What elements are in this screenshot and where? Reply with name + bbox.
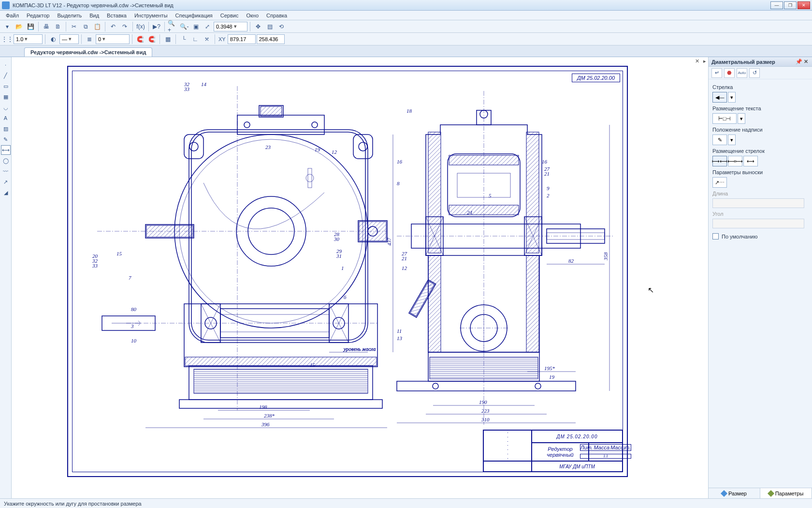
zoom-out-button[interactable]: 🔍- <box>179 21 189 32</box>
coord-y-field[interactable]: 258.436 <box>257 34 285 44</box>
menu-service[interactable]: Сервис <box>217 12 243 19</box>
svg-text:195*: 195* <box>544 365 555 371</box>
svg-rect-9 <box>261 106 282 116</box>
minimize-button[interactable]: — <box>770 1 783 9</box>
auto-button[interactable]: Auto <box>737 68 747 78</box>
fx-button[interactable]: f(x) <box>135 21 146 32</box>
svg-text:15: 15 <box>116 251 122 256</box>
snap1-button[interactable]: 🧲 <box>135 34 145 45</box>
style-field[interactable]: —▾ <box>59 34 79 44</box>
svg-text:10: 10 <box>131 338 137 344</box>
help-button[interactable]: ▶? <box>151 21 162 32</box>
menu-window[interactable]: Окно <box>242 12 262 19</box>
svg-text:12: 12 <box>402 265 407 271</box>
zoom-fit-button[interactable]: ⤢ <box>202 21 213 32</box>
default-checkbox[interactable]: По умолчанию <box>712 233 808 239</box>
svg-text:21: 21 <box>544 171 550 177</box>
svg-rect-7 <box>237 115 324 134</box>
menu-spec[interactable]: Спецификация <box>172 12 217 19</box>
print-button[interactable]: 🖶 <box>41 21 52 32</box>
snap2-button[interactable]: 🧲 <box>146 34 157 45</box>
svg-text:24: 24 <box>467 209 473 215</box>
pan-button[interactable]: ✥ <box>253 21 263 32</box>
cut-button[interactable]: ✂ <box>69 21 79 32</box>
apply-button[interactable]: ↵ <box>711 68 722 78</box>
menu-tools[interactable]: Инструменты <box>130 12 172 19</box>
tool-spline[interactable]: 〰 <box>1 166 11 176</box>
tool-grid[interactable]: ▦ <box>1 92 11 102</box>
grid-step-icon[interactable]: ⋮⋮ <box>2 34 13 45</box>
document-tab[interactable]: Редуктор червячный.cdw ->Системный вид <box>24 47 152 57</box>
stop-button[interactable]: ⬣ <box>724 68 735 78</box>
leader-button[interactable]: ↗⋯ <box>712 177 727 188</box>
undo-button[interactable]: ↶ <box>108 21 118 32</box>
snap3-button[interactable]: ⤧ <box>202 34 212 45</box>
tool-line[interactable]: ╱ <box>1 71 11 80</box>
view-close-icon[interactable]: ✕ <box>695 58 699 64</box>
zoom-in-button[interactable]: 🔍+ <box>167 21 178 32</box>
menu-file[interactable]: Файл <box>2 12 23 19</box>
label-length: Длина <box>712 191 808 196</box>
copy-button[interactable]: ⧉ <box>80 21 91 32</box>
view2-button[interactable]: ⟲ <box>276 21 287 32</box>
zoom-value-field[interactable]: 0.3948▾ <box>214 22 247 31</box>
open-button[interactable]: 📂 <box>14 21 24 32</box>
layer-field[interactable]: 0▾ <box>96 34 130 44</box>
layer-button[interactable]: ≣ <box>84 34 95 45</box>
save-button[interactable]: 💾 <box>25 21 36 32</box>
svg-rect-42 <box>179 400 382 408</box>
style-button[interactable]: ◐ <box>48 34 58 45</box>
paste-button[interactable]: 📋 <box>92 21 102 32</box>
tool-edit[interactable]: ✎ <box>1 134 11 144</box>
svg-rect-60 <box>449 205 519 215</box>
arrow-dd[interactable]: ▾ <box>728 92 736 103</box>
preview-button[interactable]: 🗎 <box>53 21 63 32</box>
tool-rect[interactable]: ▭ <box>1 81 11 91</box>
tab-size[interactable]: Размер <box>709 488 760 498</box>
tool-text[interactable]: A <box>1 113 11 123</box>
svg-text:80: 80 <box>131 306 137 312</box>
coord-x-field[interactable]: 879.17 <box>228 34 256 44</box>
labelpos-button[interactable]: ✎ <box>712 134 727 145</box>
labelpos-dd[interactable]: ▾ <box>728 134 736 145</box>
step-field[interactable]: 1.0▾ <box>14 34 43 44</box>
panel-header: Диаметральный размер 📌 ✕ <box>709 57 812 67</box>
tool-point[interactable]: · <box>1 60 11 70</box>
label-angle: Угол <box>712 211 808 217</box>
tab-params[interactable]: Параметры <box>760 488 812 498</box>
arrowpos-1[interactable]: ⟼⟻ <box>712 156 727 166</box>
new-button[interactable]: ▾ <box>2 21 13 32</box>
tool-arc[interactable]: ◡ <box>1 103 11 112</box>
redo-button[interactable]: ↷ <box>119 21 130 32</box>
tool-aux[interactable]: ◢ <box>1 188 11 197</box>
menu-help[interactable]: Справка <box>262 12 291 19</box>
tool-hatch[interactable]: ▨ <box>1 124 11 134</box>
panel-pin-icon[interactable]: 📌 <box>796 59 802 65</box>
drawing-canvas[interactable]: ✕ ▸ ДМ 25.02.20.00 <box>12 57 708 498</box>
ortho-button[interactable]: └ <box>178 34 189 45</box>
textpos-button[interactable]: ⊢□⊣ <box>712 113 737 124</box>
tool-leader[interactable]: ↗ <box>1 177 11 187</box>
arrowpos-3[interactable]: ⟷ <box>743 156 758 166</box>
menu-insert[interactable]: Вставка <box>103 12 130 19</box>
view1-button[interactable]: ▤ <box>264 21 275 32</box>
menu-edit[interactable]: Редактор <box>23 12 53 19</box>
tool-dimension[interactable]: ⟷ <box>1 145 11 155</box>
svg-text:223: 223 <box>481 408 490 414</box>
textpos-dd[interactable]: ▾ <box>738 113 745 124</box>
tool-circle[interactable]: ◯ <box>1 156 11 165</box>
grid-button[interactable]: ▦ <box>162 34 173 45</box>
svg-rect-41 <box>194 369 368 393</box>
menu-select[interactable]: Выделить <box>53 12 86 19</box>
panel-close-icon[interactable]: ✕ <box>802 59 809 65</box>
zoom-window-button[interactable]: ▣ <box>190 21 201 32</box>
angle-button[interactable]: ∟ <box>190 34 201 45</box>
label-textpos: Размещение текста <box>712 105 808 111</box>
arrow-style-button[interactable]: ◀— <box>712 92 727 103</box>
arrowpos-2[interactable]: ⟻⟼ <box>728 156 742 166</box>
close-button[interactable]: ✕ <box>798 1 810 9</box>
reset-button[interactable]: ↺ <box>749 68 760 78</box>
maximize-button[interactable]: ❐ <box>784 1 797 9</box>
view-pin-icon[interactable]: ▸ <box>703 58 706 64</box>
menu-view[interactable]: Вид <box>86 12 103 19</box>
